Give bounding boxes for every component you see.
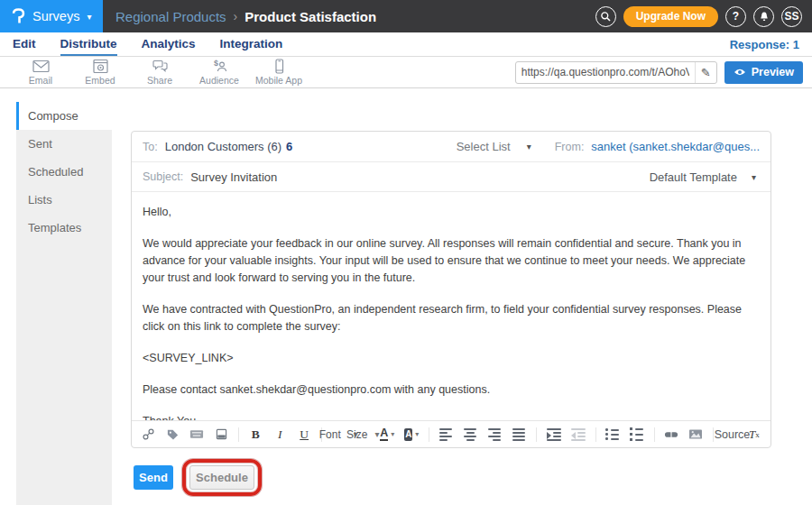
underline-button[interactable]: U [297, 427, 311, 442]
email-sidebar: Compose Sent Scheduled Lists Templates [16, 102, 112, 505]
keyboard-shortcuts-button[interactable] [189, 428, 204, 440]
audience-dollar-person-icon: $ [210, 59, 229, 74]
to-value[interactable]: London Customers (6) [165, 140, 281, 153]
bulleted-list-button[interactable] [605, 428, 620, 440]
channel-mobile-app-label: Mobile App [255, 75, 302, 86]
tag-icon [166, 427, 180, 441]
channel-embed-label: Embed [85, 75, 115, 86]
breadcrumb-separator: › [234, 9, 238, 23]
template-dropdown[interactable]: Default Template ▾ [650, 170, 756, 184]
background-color-icon: A [404, 428, 412, 441]
body-paragraph: Please contact sanket.shekdar@questionpr… [143, 381, 760, 399]
text-color-button[interactable]: A ▾ [380, 427, 394, 442]
align-right-icon [488, 428, 501, 441]
numbered-list-button[interactable] [630, 427, 644, 442]
footer-panel-button[interactable] [214, 428, 228, 440]
insert-link-button[interactable] [141, 427, 155, 441]
sidebar-item-sent[interactable]: Sent [16, 130, 112, 158]
search-icon [600, 11, 612, 23]
sidebar-item-templates[interactable]: Templates [16, 214, 112, 242]
schedule-button[interactable]: Schedule [189, 465, 254, 490]
increase-indent-button[interactable] [547, 428, 561, 441]
indent-icon [547, 428, 561, 441]
italic-button[interactable]: I [272, 427, 287, 442]
image-icon [688, 428, 703, 440]
font-dropdown-label: Font [319, 428, 341, 441]
tab-integration[interactable]: Integration [220, 32, 283, 56]
preview-button[interactable]: Preview [724, 61, 803, 84]
sidebar-item-lists[interactable]: Lists [16, 186, 112, 214]
subject-label: Subject: [143, 170, 183, 183]
from-label: From: [555, 141, 585, 153]
body-paragraph: <SURVEY_LINK> [143, 350, 760, 367]
insert-image-button[interactable] [688, 428, 703, 440]
preview-label: Preview [752, 66, 794, 78]
to-recipient-count: 6 [286, 140, 292, 153]
channel-email[interactable]: Email [11, 59, 70, 86]
channel-share[interactable]: Share [130, 59, 189, 86]
breadcrumb-parent[interactable]: Regional Products [115, 9, 226, 24]
help-button[interactable]: ? [725, 6, 746, 27]
keyboard-icon [189, 428, 204, 440]
numbered-list-icon [630, 427, 643, 442]
questionpro-logo-icon [12, 7, 25, 25]
survey-link-tools: ✎ Preview [515, 61, 803, 84]
size-dropdown-label: Size [346, 428, 367, 441]
source-button[interactable]: ɵ Source [723, 427, 737, 441]
to-label: To: [143, 141, 158, 153]
subject-value[interactable]: Survey Invitation [190, 170, 277, 184]
tab-distribute[interactable]: Distribute [60, 32, 117, 56]
avatar[interactable]: SS [781, 6, 802, 27]
merge-tag-button[interactable] [165, 427, 180, 441]
embed-window-icon [91, 59, 110, 74]
body-paragraph: We would appreciate your feedback in our… [143, 235, 760, 287]
align-left-button[interactable] [438, 428, 453, 441]
align-center-button[interactable] [463, 428, 477, 441]
align-right-button[interactable] [487, 428, 502, 441]
font-family-dropdown[interactable]: Font ▾ [331, 428, 346, 441]
panel-icon [216, 428, 227, 440]
justify-button[interactable] [512, 428, 526, 441]
surveys-menu-label: Surveys [32, 9, 79, 23]
channel-mobile-app[interactable]: Mobile App [249, 59, 309, 86]
channel-audience[interactable]: $ Audience [189, 59, 249, 86]
select-list-dropdown[interactable]: Select List ▾ [457, 140, 531, 153]
pencil-icon[interactable]: ✎ [695, 62, 716, 83]
search-button[interactable] [595, 6, 616, 27]
template-label: Default Template [650, 170, 737, 184]
chevron-down-icon: ▾ [374, 429, 379, 439]
tab-analytics[interactable]: Analytics [142, 32, 196, 56]
breadcrumb-current: Product Satisfaction [245, 9, 376, 24]
sidebar-item-compose[interactable]: Compose [16, 102, 112, 130]
svg-text:$: $ [214, 59, 218, 68]
decrease-indent-button[interactable] [571, 428, 586, 441]
bold-button[interactable]: B [248, 427, 263, 442]
bulleted-list-icon [605, 428, 619, 440]
remove-format-button[interactable]: Tx [747, 427, 761, 442]
email-body-editor[interactable]: Hello, We would appreciate your feedback… [132, 192, 770, 420]
header-actions: Upgrade Now ? SS [595, 6, 802, 27]
surveys-menu[interactable]: Surveys ▾ [0, 0, 103, 32]
background-color-button[interactable]: A ▾ [404, 428, 419, 441]
from-field: From: sanket (sanket.shekdar@ques... [555, 140, 760, 153]
upgrade-now-button[interactable]: Upgrade Now [623, 6, 718, 27]
tab-edit[interactable]: Edit [13, 32, 36, 56]
response-count[interactable]: Response: 1 [730, 38, 799, 51]
compose-card: To: London Customers (6) 6 Select List ▾… [131, 131, 771, 448]
notifications-button[interactable] [753, 6, 774, 27]
from-value[interactable]: sanket (sanket.shekdar@ques... [591, 140, 760, 153]
distribute-toolbar: Email Embed Share $ Audience Mobile A [0, 57, 812, 88]
channel-embed[interactable]: Embed [70, 59, 130, 86]
chevron-down-icon: ▾ [391, 430, 394, 438]
sidebar-item-scheduled[interactable]: Scheduled [16, 158, 112, 186]
align-center-icon [464, 428, 476, 441]
text-color-icon: A [380, 427, 388, 442]
channel-audience-label: Audience [199, 75, 239, 86]
rich-text-toolbar: B I U Font ▾ Size ▾ A ▾ A ▾ [132, 420, 770, 447]
body-paragraph: Thank You [143, 413, 760, 420]
send-button[interactable]: Send [134, 465, 173, 490]
font-size-dropdown[interactable]: Size ▾ [355, 428, 370, 441]
hyperlink-button[interactable] [664, 430, 678, 439]
survey-url-input[interactable] [516, 66, 695, 78]
chevron-down-icon: ▾ [527, 142, 531, 152]
